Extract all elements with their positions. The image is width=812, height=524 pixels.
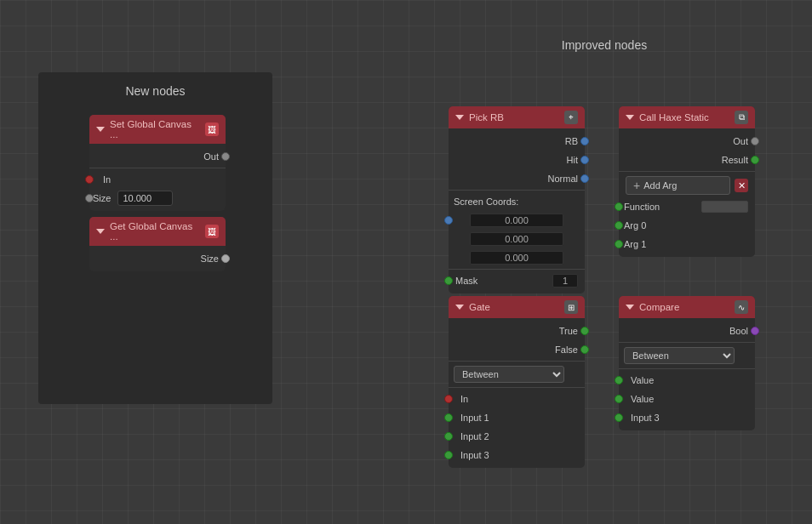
divider-compare — [619, 342, 755, 343]
size-label: Size — [93, 193, 111, 203]
value1-row: Value — [619, 371, 755, 390]
add-arg-button[interactable]: + Add Arg — [626, 176, 730, 195]
right-panel-title: Improved nodes — [409, 38, 800, 52]
node-body-call-haxe: Out Result + Add Arg ✕ Function Arg 0 — [619, 128, 755, 257]
left-panel: New nodes Set Global Canvas ... 🖼 Out In… — [38, 72, 272, 404]
node-body-compare: Bool Between Value Value Input 3 — [619, 318, 755, 430]
coord-2-row: 0.000 — [449, 248, 585, 267]
normal-label: Normal — [548, 174, 578, 184]
input3-compare-socket — [615, 413, 623, 422]
bool-label: Bool — [729, 326, 748, 336]
mask-label: Mask — [455, 276, 477, 286]
pick-rb-icon-btn[interactable]: ⌖ — [564, 111, 578, 124]
out-label-haxe: Out — [733, 136, 748, 146]
out-row-haxe: Out — [619, 132, 755, 151]
input1-label: Input 1 — [460, 413, 489, 423]
call-haxe-icon-btn[interactable]: ⧉ — [735, 111, 748, 124]
node-header-get-global-canvas: Get Global Canvas ... 🖼 — [89, 217, 226, 246]
node-label-gate: Gate — [469, 302, 490, 312]
camera-icon: ⌖ — [569, 112, 574, 122]
true-socket — [580, 327, 589, 335]
size-input[interactable] — [117, 191, 173, 206]
triangle-gate — [455, 305, 464, 310]
result-socket — [751, 156, 759, 164]
node-icon-btn-set-global-canvas[interactable]: 🖼 — [205, 122, 219, 136]
node-set-global-canvas: Set Global Canvas ... 🖼 Out In Size — [89, 115, 226, 211]
triangle-icon-get — [96, 229, 105, 234]
node-header-gate: Gate ⊞ — [449, 296, 585, 318]
node-body-get-global-canvas: Size — [89, 246, 226, 271]
input3-row: Input 3 — [449, 446, 585, 464]
value2-row: Value — [619, 390, 755, 408]
arg1-socket — [615, 240, 623, 248]
input3-compare-label: Input 3 — [631, 413, 660, 423]
node-label-call-haxe: Call Haxe Static — [639, 112, 709, 122]
divider-haxe — [619, 171, 755, 172]
value1-socket — [615, 376, 623, 384]
plus-icon: + — [633, 179, 640, 192]
output-out-row: Out — [89, 147, 226, 166]
in-label-gate: In — [460, 394, 468, 404]
screen-coords-row: Screen Coords: — [449, 192, 585, 211]
triangle-call-haxe — [626, 115, 634, 120]
input1-socket — [444, 413, 453, 422]
node-header-compare: Compare ∿ — [619, 296, 755, 318]
divider-pick — [449, 190, 585, 191]
false-label: False — [555, 345, 578, 355]
out-socket-haxe — [751, 137, 759, 145]
node-label-compare: Compare — [639, 302, 679, 312]
triangle-icon — [96, 127, 105, 132]
divider — [89, 168, 226, 168]
bool-row: Bool — [619, 322, 755, 340]
node-pick-rb: Pick RB ⌖ RB Hit Normal Screen Coords: 0… — [449, 106, 585, 293]
compare-dropdown[interactable]: Between — [624, 347, 735, 364]
coord-0-socket — [444, 216, 453, 225]
node-call-haxe-static: Call Haxe Static ⧉ Out Result + Add Arg … — [619, 106, 755, 257]
coord-0: 0.000 — [470, 214, 563, 227]
node-label-pick-rb: Pick RB — [469, 112, 504, 122]
rb-socket — [580, 137, 589, 145]
input1-row: Input 1 — [449, 408, 585, 427]
bool-socket — [751, 327, 759, 335]
value2-label: Value — [631, 394, 654, 404]
false-socket — [580, 345, 589, 354]
screen-coords-label: Screen Coords: — [454, 196, 518, 207]
coord-1-row: 0.000 — [449, 230, 585, 248]
rb-label: RB — [565, 136, 578, 146]
normal-socket — [580, 174, 589, 183]
result-row: Result — [619, 151, 755, 169]
in-label: In — [103, 174, 111, 185]
add-arg-label: Add Arg — [643, 180, 677, 191]
function-color-swatch — [701, 201, 748, 213]
true-row: True — [449, 322, 585, 340]
arg1-row: Arg 1 — [619, 235, 755, 253]
mask-socket — [444, 276, 453, 285]
hit-label: Hit — [567, 155, 578, 165]
in-row-gate: In — [449, 390, 585, 408]
compare-dropdown-row: Between — [619, 345, 755, 367]
arg0-socket — [615, 221, 623, 230]
node-body-set-global-canvas: Out In Size — [89, 144, 226, 211]
divider-gate — [449, 361, 585, 362]
compare-icon-btn[interactable]: ∿ — [735, 300, 748, 314]
input2-socket — [444, 432, 453, 441]
arg0-row: Arg 0 — [619, 216, 755, 235]
node-compare: Compare ∿ Bool Between Value Value Input… — [619, 296, 755, 430]
false-row: False — [449, 340, 585, 359]
close-arg-button[interactable]: ✕ — [735, 179, 748, 192]
copy-icon: ⧉ — [739, 112, 745, 122]
input3-compare-row: Input 3 — [619, 408, 755, 427]
gate-dropdown[interactable]: Between — [454, 366, 564, 383]
input3-socket — [444, 451, 453, 459]
size-out-socket — [221, 254, 230, 263]
node-get-global-canvas: Get Global Canvas ... 🖼 Size — [89, 217, 226, 271]
function-label: Function — [624, 202, 660, 212]
node-header-call-haxe-static: Call Haxe Static ⧉ — [619, 106, 755, 128]
divider-compare2 — [619, 368, 755, 369]
triangle-compare — [626, 305, 634, 310]
node-header-pick-rb: Pick RB ⌖ — [449, 106, 585, 128]
coord-0-row: 0.000 — [449, 211, 585, 230]
node-icon-btn-get-global-canvas[interactable]: 🖼 — [205, 225, 219, 238]
coord-1: 0.000 — [470, 232, 563, 246]
gate-icon-btn[interactable]: ⊞ — [564, 300, 578, 314]
